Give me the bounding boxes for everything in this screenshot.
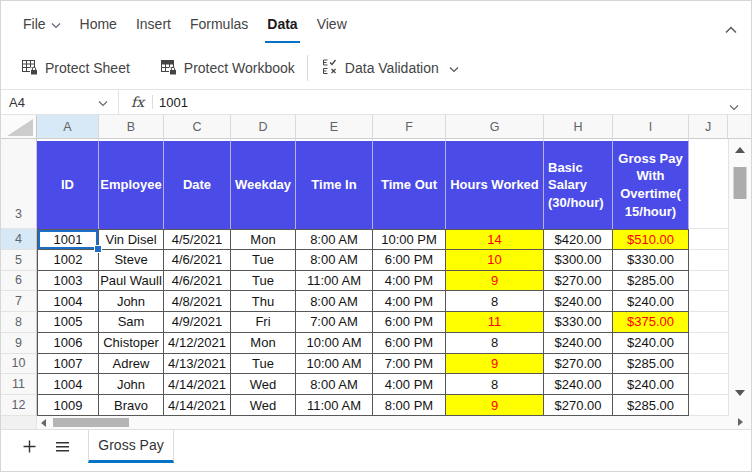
cell-C12[interactable]: 4/14/2021 <box>164 395 231 416</box>
sheet-list-button[interactable] <box>56 430 69 463</box>
cell-D5[interactable]: Tue <box>231 250 296 271</box>
menu-tab-view[interactable]: View <box>317 1 347 47</box>
cell-C11[interactable]: 4/14/2021 <box>164 374 231 395</box>
menu-tab-formulas[interactable]: Formulas <box>190 1 248 47</box>
scroll-down-icon[interactable] <box>735 390 745 396</box>
cell-I12[interactable]: $285.00 <box>613 395 689 416</box>
cell-E7[interactable]: 8:00 AM <box>296 291 373 312</box>
formula-input[interactable]: 1001 <box>159 95 188 110</box>
column-header-G[interactable]: G <box>446 115 544 139</box>
cell-F7[interactable]: 4:00 PM <box>373 291 446 312</box>
collapse-ribbon-icon[interactable] <box>725 20 737 38</box>
cell-H4[interactable]: $420.00 <box>544 229 613 250</box>
cell-B12[interactable]: Bravo <box>99 395 164 416</box>
cell-F10[interactable]: 7:00 PM <box>373 354 446 375</box>
cell-A4[interactable]: 1001 <box>37 229 99 250</box>
cell-E12[interactable]: 11:00 AM <box>296 395 373 416</box>
cell-J6[interactable] <box>689 271 728 292</box>
select-all-corner[interactable] <box>1 115 37 139</box>
cell-H7[interactable]: $240.00 <box>544 291 613 312</box>
cell-H9[interactable]: $240.00 <box>544 333 613 354</box>
add-sheet-button[interactable] <box>23 430 36 463</box>
cell-C5[interactable]: 4/6/2021 <box>164 250 231 271</box>
cell-J8[interactable] <box>689 312 728 333</box>
cell-D6[interactable]: Tue <box>231 271 296 292</box>
protect-workbook-button[interactable]: Protect Workbook <box>160 58 295 78</box>
cell-D7[interactable]: Thu <box>231 291 296 312</box>
cell-D9[interactable]: Mon <box>231 333 296 354</box>
cell-G10[interactable]: 9 <box>446 354 544 375</box>
cell-J9[interactable] <box>689 333 728 354</box>
cell-A10[interactable]: 1007 <box>37 354 99 375</box>
cell-I11[interactable]: $240.00 <box>613 374 689 395</box>
cell-A7[interactable]: 1004 <box>37 291 99 312</box>
cell-D12[interactable]: Wed <box>231 395 296 416</box>
cell-name-box[interactable]: A4 <box>1 90 119 114</box>
cell-A8[interactable]: 1005 <box>37 312 99 333</box>
column-header-D[interactable]: D <box>231 115 296 139</box>
column-header-F[interactable]: F <box>373 115 446 139</box>
menu-tab-insert[interactable]: Insert <box>136 1 171 47</box>
cell-F4[interactable]: 10:00 PM <box>373 229 446 250</box>
sheet-tab-gross-pay[interactable]: Gross Pay <box>88 430 174 463</box>
menu-tab-file[interactable]: File <box>23 1 61 47</box>
header-cell-C3[interactable]: Date <box>164 139 231 229</box>
cell-G6[interactable]: 9 <box>446 271 544 292</box>
cell-J3[interactable] <box>689 139 728 229</box>
row-header-12[interactable]: 12 <box>1 395 37 416</box>
cell-I9[interactable]: $240.00 <box>613 333 689 354</box>
row-header-3[interactable]: 3 <box>1 139 37 229</box>
cell-E4[interactable]: 8:00 AM <box>296 229 373 250</box>
horizontal-scroll-thumb[interactable] <box>53 418 129 427</box>
cell-J12[interactable] <box>689 395 728 416</box>
cell-F11[interactable]: 4:00 PM <box>373 374 446 395</box>
header-cell-G3[interactable]: Hours Worked <box>446 139 544 229</box>
cell-D8[interactable]: Fri <box>231 312 296 333</box>
cell-I5[interactable]: $330.00 <box>613 250 689 271</box>
row-header-8[interactable]: 8 <box>1 312 37 333</box>
column-header-H[interactable]: H <box>544 115 613 139</box>
cell-C6[interactable]: 4/6/2021 <box>164 271 231 292</box>
cell-G4[interactable]: 14 <box>446 229 544 250</box>
cell-J7[interactable] <box>689 291 728 312</box>
cell-H11[interactable]: $240.00 <box>544 374 613 395</box>
cell-B11[interactable]: John <box>99 374 164 395</box>
header-cell-A3[interactable]: ID <box>37 139 99 229</box>
cell-B7[interactable]: John <box>99 291 164 312</box>
column-header-A[interactable]: A <box>37 115 99 139</box>
cell-E5[interactable]: 8:00 AM <box>296 250 373 271</box>
cell-E10[interactable]: 10:00 AM <box>296 354 373 375</box>
cell-G9[interactable]: 8 <box>446 333 544 354</box>
cell-G8[interactable]: 11 <box>446 312 544 333</box>
cell-F9[interactable]: 6:00 PM <box>373 333 446 354</box>
cell-D4[interactable]: Mon <box>231 229 296 250</box>
cell-B9[interactable]: Chistoper <box>99 333 164 354</box>
column-header-E[interactable]: E <box>296 115 373 139</box>
cell-A12[interactable]: 1009 <box>37 395 99 416</box>
row-header-9[interactable]: 9 <box>1 333 37 354</box>
protect-sheet-button[interactable]: Protect Sheet <box>21 58 130 78</box>
cell-H12[interactable]: $270.00 <box>544 395 613 416</box>
cell-H8[interactable]: $330.00 <box>544 312 613 333</box>
cell-D11[interactable]: Wed <box>231 374 296 395</box>
header-cell-H3[interactable]: Basic Salary (30/hour) <box>544 139 613 229</box>
column-header-C[interactable]: C <box>164 115 231 139</box>
cell-J5[interactable] <box>689 250 728 271</box>
cell-H5[interactable]: $300.00 <box>544 250 613 271</box>
row-header-11[interactable]: 11 <box>1 374 37 395</box>
cell-E9[interactable]: 10:00 AM <box>296 333 373 354</box>
horizontal-scrollbar[interactable] <box>1 416 751 429</box>
row-header-6[interactable]: 6 <box>1 271 37 292</box>
scroll-up-icon[interactable] <box>735 147 745 153</box>
cell-J10[interactable] <box>689 354 728 375</box>
cell-A5[interactable]: 1002 <box>37 250 99 271</box>
cell-F12[interactable]: 8:00 PM <box>373 395 446 416</box>
cell-F8[interactable]: 6:00 PM <box>373 312 446 333</box>
cell-H6[interactable]: $270.00 <box>544 271 613 292</box>
cell-B5[interactable]: Steve <box>99 250 164 271</box>
cell-J11[interactable] <box>689 374 728 395</box>
column-header-I[interactable]: I <box>613 115 689 139</box>
row-header-5[interactable]: 5 <box>1 250 37 271</box>
header-cell-F3[interactable]: Time Out <box>373 139 446 229</box>
cell-B8[interactable]: Sam <box>99 312 164 333</box>
